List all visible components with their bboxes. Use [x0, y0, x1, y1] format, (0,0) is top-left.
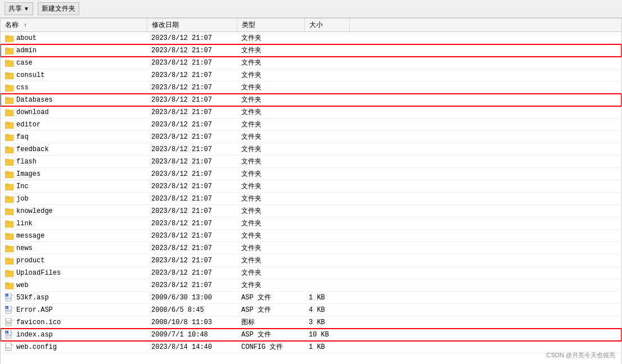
file-name-cell[interactable]: message — [1, 230, 147, 242]
file-name-cell[interactable]: editor — [1, 119, 147, 131]
file-name: product — [16, 257, 44, 265]
file-name-cell[interactable]: flash — [1, 156, 147, 168]
file-extra — [349, 304, 621, 316]
file-name-cell[interactable]: CFG web.config — [1, 341, 147, 353]
table-row[interactable]: feedback 2023/8/12 21:07 文件夹 — [1, 143, 621, 156]
file-name: case — [16, 59, 33, 67]
file-name-cell[interactable]: Images — [1, 168, 147, 180]
svg-rect-32 — [5, 159, 8, 160]
file-name-cell[interactable]: news — [1, 242, 147, 254]
table-row[interactable]: admin 2023/8/12 21:07 文件夹 — [1, 44, 621, 57]
table-row[interactable]: news 2023/8/12 21:07 文件夹 — [1, 242, 621, 254]
svg-rect-47 — [5, 221, 8, 222]
file-type: 文件夹 — [237, 217, 304, 230]
file-name-cell[interactable]: UploadFiles — [1, 267, 147, 279]
file-extra — [349, 279, 621, 292]
file-size — [304, 242, 349, 254]
file-size — [304, 193, 349, 205]
file-size — [304, 69, 349, 81]
file-name: message — [16, 232, 44, 240]
table-row[interactable]: consult 2023/8/12 21:07 文件夹 — [1, 69, 621, 81]
table-row[interactable]: Inc 2023/8/12 21:07 文件夹 — [1, 180, 621, 193]
table-row[interactable]: Databases 2023/8/12 21:07 文件夹 — [1, 94, 621, 106]
file-date: 2023/8/12 21:07 — [147, 69, 237, 81]
file-name-cell[interactable]: download — [1, 106, 147, 119]
file-explorer: 名称 ↑ 修改日期 类型 大小 about 2023/8/12 21:07 文件… — [0, 18, 622, 364]
svg-rect-23 — [5, 122, 8, 123]
file-date: 2023/8/12 21:07 — [147, 94, 237, 106]
file-date: 2023/8/12 21:07 — [147, 230, 237, 242]
table-row[interactable]: flash 2023/8/12 21:07 文件夹 — [1, 156, 621, 168]
header-type[interactable]: 类型 — [237, 19, 304, 32]
table-row[interactable]: editor 2023/8/12 21:07 文件夹 — [1, 119, 621, 131]
header-name[interactable]: 名称 ↑ — [1, 19, 147, 32]
file-name-cell[interactable]: Inc — [1, 180, 147, 193]
file-name-cell[interactable]: css — [1, 81, 147, 94]
file-extra — [349, 119, 621, 131]
file-name-cell[interactable]: favicon.ico — [1, 316, 147, 329]
folder-icon — [5, 220, 14, 228]
table-row[interactable]: web 2023/8/12 21:07 文件夹 — [1, 279, 621, 292]
sort-arrow-name: ↑ — [24, 22, 27, 29]
file-name-cell[interactable]: product — [1, 254, 147, 267]
table-row[interactable]: CFG web.config 2023/8/14 14:40 CONFIG 文件… — [1, 341, 621, 353]
table-row[interactable]: message 2023/8/12 21:07 文件夹 — [1, 230, 621, 242]
table-row[interactable]: about 2023/8/12 21:07 文件夹 — [1, 32, 621, 44]
file-date: 2023/8/12 21:07 — [147, 81, 237, 94]
svg-rect-29 — [5, 147, 8, 148]
table-row[interactable]: css 2023/8/12 21:07 文件夹 — [1, 81, 621, 94]
table-row[interactable]: favicon.ico 2008/10/8 11:03 图标 3 KB — [1, 316, 621, 329]
file-name-cell[interactable]: knowledge — [1, 205, 147, 217]
svg-point-85 — [7, 321, 8, 322]
table-row[interactable]: job 2023/8/12 21:07 文件夹 — [1, 193, 621, 205]
folder-icon — [5, 59, 14, 67]
file-type: 文件夹 — [237, 254, 304, 267]
file-type: 文件夹 — [237, 230, 304, 242]
header-date[interactable]: 修改日期 — [147, 19, 237, 32]
file-name-cell[interactable]: about — [1, 32, 147, 44]
file-name-cell[interactable]: ASP A 53kf.asp — [1, 292, 147, 304]
file-size — [304, 44, 349, 57]
file-size: 4 KB — [304, 304, 349, 316]
file-date: 2023/8/12 21:07 — [147, 193, 237, 205]
file-type: 文件夹 — [237, 205, 304, 217]
table-row[interactable]: Images 2023/8/12 21:07 文件夹 — [1, 168, 621, 180]
table-row[interactable]: knowledge 2023/8/12 21:07 文件夹 — [1, 205, 621, 217]
file-name-cell[interactable]: web — [1, 279, 147, 292]
folder-icon — [5, 158, 14, 166]
file-name-cell[interactable]: faq — [1, 131, 147, 143]
file-name-cell[interactable]: feedback — [1, 143, 147, 156]
table-row[interactable]: product 2023/8/12 21:07 文件夹 — [1, 254, 621, 267]
file-type: CONFIG 文件 — [237, 341, 304, 353]
file-size — [304, 32, 349, 44]
table-row[interactable]: download 2023/8/12 21:07 文件夹 — [1, 106, 621, 119]
svg-text:ASP: ASP — [6, 309, 11, 312]
table-row[interactable]: case 2023/8/12 21:07 文件夹 — [1, 57, 621, 69]
file-icon — [5, 318, 14, 327]
file-type: 文件夹 — [237, 156, 304, 168]
header-size[interactable]: 大小 — [304, 19, 349, 32]
file-type: 文件夹 — [237, 106, 304, 119]
file-name-cell[interactable]: case — [1, 57, 147, 69]
file-type: 图标 — [237, 316, 304, 329]
svg-text:CFG: CFG — [6, 347, 10, 349]
file-name-cell[interactable]: job — [1, 193, 147, 205]
file-name-cell[interactable]: Databases — [1, 94, 147, 106]
table-row[interactable]: link 2023/8/12 21:07 文件夹 — [1, 217, 621, 230]
table-row[interactable]: faq 2023/8/12 21:07 文件夹 — [1, 131, 621, 143]
file-name-cell[interactable]: admin — [1, 44, 147, 57]
svg-text:ASP: ASP — [6, 297, 11, 300]
file-name-cell[interactable]: ASP A Error.ASP — [1, 304, 147, 316]
file-size — [304, 119, 349, 131]
table-row[interactable]: ASP A index.asp 2009/7/1 10:48 ASP 文件 10… — [1, 329, 621, 341]
file-name-cell[interactable]: consult — [1, 69, 147, 81]
file-name-cell[interactable]: link — [1, 217, 147, 230]
file-name: faq — [16, 133, 29, 141]
svg-rect-5 — [5, 48, 8, 49]
file-name-cell[interactable]: ASP A index.asp — [1, 329, 147, 341]
table-row[interactable]: UploadFiles 2023/8/12 21:07 文件夹 — [1, 267, 621, 279]
table-row[interactable]: ASP A Error.ASP 2008/6/5 8:45 ASP 文件 4 K… — [1, 304, 621, 316]
share-button[interactable]: 共享 ▼ — [4, 2, 33, 15]
new-folder-button[interactable]: 新建文件夹 — [38, 2, 79, 15]
table-row[interactable]: ASP A 53kf.asp 2009/6/30 13:00 ASP 文件 1 … — [1, 292, 621, 304]
